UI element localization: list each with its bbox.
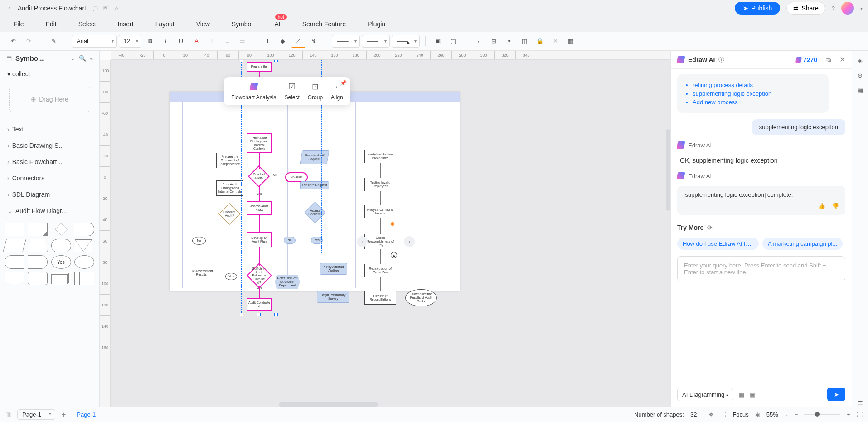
line-style-select[interactable]	[332, 35, 360, 48]
align-left-icon[interactable]: ≡	[220, 34, 234, 48]
fill-icon[interactable]: ◆	[276, 34, 290, 48]
shape-display[interactable]	[5, 255, 24, 269]
save-icon[interactable]: ▢	[92, 5, 98, 12]
focus-label[interactable]: Focus	[732, 411, 748, 418]
menu-ai[interactable]: AI hot	[274, 20, 280, 28]
effects-icon[interactable]: ✦	[502, 34, 516, 48]
zoom-thumb[interactable]	[815, 412, 820, 417]
no-oval[interactable]: No	[192, 237, 206, 245]
text-style-icon[interactable]: T	[205, 34, 218, 48]
suggestion-chip-1[interactable]: How do I use Edraw AI fo...	[677, 238, 759, 250]
menu-symbol[interactable]: Symbol	[232, 20, 253, 28]
arrow-start-select[interactable]	[362, 35, 390, 48]
prepare-shape[interactable]: Prepare the	[247, 62, 272, 72]
help-icon[interactable]: ?	[832, 5, 835, 12]
sel-handle-nw[interactable]	[240, 60, 243, 62]
shape-manual[interactable]	[28, 239, 48, 252]
menu-insert[interactable]: Insert	[118, 20, 134, 28]
ai-mode-select[interactable]: AI Diagramming ▴	[677, 388, 733, 401]
conduct-audit-decision[interactable]: Conduct Audit?	[218, 203, 240, 225]
zoom-in-icon[interactable]: +	[847, 411, 850, 418]
file-assessment[interactable]: File Assessment Results	[188, 268, 215, 277]
font-select[interactable]: Arial	[72, 35, 117, 48]
suggestion-logic-exception[interactable]: supplementing logic exception	[693, 90, 821, 97]
table-icon[interactable]: ▦	[564, 34, 577, 48]
arrow-end-select[interactable]: ▸	[392, 35, 420, 48]
zoom-out-icon[interactable]: −	[795, 411, 798, 418]
cart-icon[interactable]: 🛍	[825, 56, 831, 63]
drag-here-zone[interactable]: ⊕ Drag Here	[9, 87, 90, 112]
underline-icon[interactable]: U	[174, 34, 188, 48]
shape-alt-process[interactable]	[28, 272, 48, 285]
format-painter-icon[interactable]: ✎	[47, 34, 60, 48]
line-color-icon[interactable]: ／	[291, 34, 305, 48]
analytical-review[interactable]: Analytical Review Procedures	[364, 150, 396, 163]
library-icon[interactable]: ▤	[6, 55, 12, 62]
summarize[interactable]: Summarize the Results of Audit Tests	[405, 289, 437, 306]
ai-input[interactable]: Enter your query here. Press Enter to se…	[677, 256, 845, 281]
avatar-chevron-icon[interactable]: ▾	[860, 6, 863, 11]
align-tool-icon[interactable]: ⫟	[471, 34, 485, 48]
lock-icon[interactable]: 🔒	[533, 34, 547, 48]
thumbs-down-icon[interactable]: 👎	[832, 203, 839, 209]
undo-icon[interactable]: ↶	[6, 34, 20, 48]
shape-data[interactable]	[3, 239, 26, 252]
tools-icon[interactable]: ✕	[548, 34, 562, 48]
assess-risks[interactable]: Assess Audit Risks	[247, 201, 272, 215]
testing-invalid[interactable]: Testing Invalid Employees	[364, 178, 396, 191]
crop-icon[interactable]: ◫	[518, 34, 531, 48]
font-size-select[interactable]: 12	[119, 35, 141, 48]
back-icon[interactable]: 〈	[5, 4, 11, 12]
menu-view[interactable]: View	[196, 20, 210, 28]
shape-decision[interactable]	[55, 223, 68, 236]
access-request-decision[interactable]: Access Request?	[304, 202, 326, 223]
yes-oval[interactable]: Yes	[225, 273, 237, 280]
section-basic-flowchart[interactable]: Basic Flowchart ...	[0, 154, 99, 170]
shape-card[interactable]	[28, 223, 48, 236]
suggestion-chip-2[interactable]: A marketing campaign pl...	[762, 238, 843, 250]
section-audit-flow[interactable]: Audit Flow Diagr...	[0, 203, 99, 219]
menu-plugin[interactable]: Plugin	[368, 20, 385, 28]
develop-plan[interactable]: Develop an Audit Plan	[247, 232, 272, 247]
menu-select[interactable]: Select	[78, 20, 96, 28]
flowchart-analysis-button[interactable]: Flowchart Analysis	[231, 82, 276, 101]
zoom-slider[interactable]	[804, 414, 840, 415]
review-reconcile[interactable]: Review of Reconciliations	[364, 291, 396, 305]
bring-front-icon[interactable]: ▣	[431, 34, 445, 48]
send-button[interactable]: ➤	[827, 388, 845, 401]
evaluate-request[interactable]: Evaluate Request	[300, 181, 329, 189]
section-basic-drawing[interactable]: Basic Drawing S...	[0, 137, 99, 154]
section-connectors[interactable]: Connectors	[0, 170, 99, 186]
refresh-icon[interactable]: ⟳	[707, 224, 713, 231]
menu-search[interactable]: Search Feature	[302, 20, 346, 28]
settings-gutter-icon[interactable]: ☰	[858, 400, 863, 407]
add-page-icon[interactable]: +	[62, 411, 66, 419]
shape-multi-doc[interactable]	[51, 272, 71, 285]
horizontal-scrollbar[interactable]	[279, 402, 378, 407]
zoom-chevron-icon[interactable]: ⌄	[785, 412, 788, 417]
star-icon[interactable]: ☆	[114, 5, 119, 12]
group-icon[interactable]: ⊞	[487, 34, 500, 48]
shape-delay[interactable]	[74, 223, 94, 236]
pages-icon[interactable]: ▥	[5, 411, 11, 418]
line-spacing-icon[interactable]: ☰	[236, 34, 249, 48]
text-color-icon[interactable]: A	[189, 34, 203, 48]
suggestion-add-process[interactable]: Add new process	[693, 99, 821, 106]
check-pay[interactable]: Check Reasonableness of Pay	[364, 234, 396, 249]
collapse-panel-icon[interactable]: «	[90, 55, 93, 62]
publish-button[interactable]: ➤ Publish	[735, 2, 780, 15]
text-tool-icon[interactable]: T	[261, 34, 274, 48]
refer-request[interactable]: Refer Request to Another Department	[275, 275, 300, 289]
connector-icon[interactable]: ↯	[307, 34, 320, 48]
menu-layout[interactable]: Layout	[155, 20, 175, 28]
present-icon[interactable]: ◉	[755, 411, 760, 418]
nav-left-icon[interactable]: ‹	[357, 236, 368, 247]
layers-icon[interactable]: ❖	[708, 411, 714, 418]
share-button[interactable]: ⇄ Share	[786, 2, 825, 15]
audit-conducted[interactable]: Audit Conducte d	[247, 298, 272, 311]
shape-terminator[interactable]	[51, 239, 71, 252]
insert-panel-icon[interactable]: ⊕	[858, 72, 863, 79]
prepare-independence[interactable]: Prepare the Statement of Independence	[216, 153, 243, 168]
pin-icon[interactable]: 📌	[340, 80, 347, 86]
canvas-viewport[interactable]: PROCESS FLOWCHART File Assessment Result…	[111, 60, 670, 407]
